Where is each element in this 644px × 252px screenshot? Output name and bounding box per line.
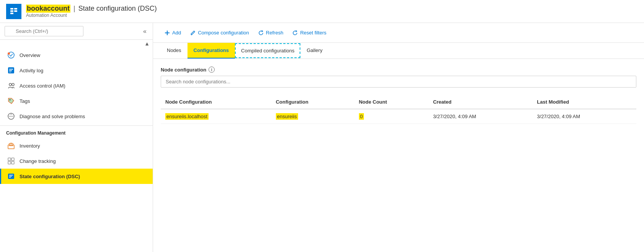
- sidebar-item-state-config[interactable]: State configuration (DSC): [0, 169, 153, 184]
- svg-marker-33: [296, 30, 297, 32]
- svg-rect-10: [9, 69, 13, 70]
- svg-point-14: [12, 83, 14, 86]
- compose-configuration-button[interactable]: Compose configuration: [186, 28, 253, 38]
- sidebar-item-access-control[interactable]: Access control (IAM): [0, 78, 153, 93]
- svg-rect-11: [9, 70, 12, 71]
- cell-node-count: 0: [354, 109, 429, 124]
- svg-rect-12: [9, 72, 11, 72]
- node-configuration-label: Node configuration i: [161, 67, 636, 73]
- node-configuration-text: Node configuration: [161, 67, 206, 73]
- tab-gallery[interactable]: Gallery: [300, 43, 328, 59]
- col-last-modified: Last Modified: [532, 95, 636, 109]
- tab-compiled-configurations[interactable]: Compiled configurations: [235, 43, 300, 58]
- sidebar-tags-label: Tags: [20, 98, 30, 104]
- header-title-row: bookaccount | State configuration (DSC): [26, 5, 157, 13]
- tabs-row: Nodes Configurations Compiled configurat…: [153, 43, 644, 59]
- cell-last-modified: 3/27/2020, 4:09 AM: [532, 109, 636, 124]
- node-count-value: 0: [359, 113, 364, 120]
- sidebar-state-config-label: State configuration (DSC): [20, 174, 80, 179]
- table-row[interactable]: ensureiis.localhost ensureiis 0 3/27/202…: [161, 109, 636, 124]
- header-page-title: State configuration (DSC): [78, 5, 157, 13]
- logo-icon: [9, 7, 18, 16]
- sidebar-change-tracking-label: Change tracking: [20, 158, 56, 164]
- reset-filters-icon: [292, 30, 298, 36]
- compose-label: Compose configuration: [198, 30, 249, 36]
- access-control-icon: [7, 82, 15, 89]
- sidebar-activity-log-label: Activity log: [20, 68, 43, 73]
- svg-rect-24: [11, 161, 14, 164]
- node-config-search-input[interactable]: [161, 76, 636, 88]
- change-tracking-icon: [7, 157, 15, 165]
- sidebar-item-activity-log[interactable]: Activity log: [0, 63, 153, 78]
- svg-point-8: [8, 52, 10, 55]
- node-config-value: ensureiis.localhost: [165, 113, 209, 120]
- col-node-count: Node Count: [354, 95, 429, 109]
- sidebar: « ▲ Overview: [0, 23, 153, 252]
- sidebar-search-row: «: [0, 23, 153, 40]
- config-management-section-header: Configuration Management: [0, 125, 153, 138]
- sidebar-item-inventory[interactable]: Inventory: [0, 138, 153, 153]
- add-label: Add: [172, 30, 181, 36]
- cell-node-configuration: ensureiis.localhost: [161, 109, 271, 124]
- search-wrapper: [5, 26, 139, 36]
- scroll-up-button[interactable]: ▲: [144, 41, 150, 47]
- account-name[interactable]: bookaccount: [26, 5, 70, 13]
- tags-icon: [7, 97, 15, 105]
- svg-rect-4: [14, 10, 17, 12]
- sidebar-search-input[interactable]: [5, 26, 83, 36]
- sidebar-access-control-label: Access control (IAM): [20, 83, 65, 89]
- header-title-block: bookaccount | State configuration (DSC) …: [26, 5, 157, 18]
- tab-configurations[interactable]: Configurations: [187, 43, 235, 59]
- header-separator: |: [73, 5, 75, 13]
- refresh-icon: [258, 30, 264, 36]
- activity-log-icon: [7, 67, 15, 74]
- main-layout: « ▲ Overview: [0, 23, 644, 252]
- svg-point-13: [9, 83, 11, 86]
- svg-point-15: [10, 99, 11, 101]
- sidebar-item-overview[interactable]: Overview: [0, 47, 153, 63]
- sidebar-item-tags[interactable]: Tags: [0, 93, 153, 109]
- svg-rect-21: [8, 158, 11, 161]
- add-button[interactable]: Add: [161, 28, 185, 38]
- overview-icon: [7, 51, 15, 59]
- add-icon: [165, 30, 170, 36]
- cell-created: 3/27/2020, 4:09 AM: [429, 109, 533, 124]
- tab-configurations-label: Configurations: [194, 47, 229, 53]
- svg-rect-22: [11, 158, 14, 161]
- svg-rect-2: [10, 13, 13, 14]
- tab-nodes[interactable]: Nodes: [161, 43, 187, 59]
- node-config-table: Node Configuration Configuration Node Co…: [161, 95, 636, 124]
- sidebar-inventory-label: Inventory: [20, 143, 40, 149]
- state-config-icon: [7, 172, 15, 180]
- svg-rect-3: [14, 8, 17, 10]
- configuration-value: ensureiis: [276, 113, 298, 120]
- table-header-row: Node Configuration Configuration Node Co…: [161, 95, 636, 109]
- svg-marker-32: [262, 30, 263, 32]
- sidebar-item-diagnose[interactable]: Diagnose and solve problems: [0, 109, 153, 124]
- top-header: bookaccount | State configuration (DSC) …: [0, 0, 644, 23]
- col-node-configuration: Node Configuration: [161, 95, 271, 109]
- refresh-label: Refresh: [266, 30, 284, 36]
- header-subtitle: Automation Account: [26, 13, 157, 18]
- app-logo: [6, 4, 21, 19]
- sidebar-item-change-tracking[interactable]: Change tracking: [0, 153, 153, 169]
- sidebar-scroll-up: ▲: [0, 40, 153, 47]
- cell-configuration: ensureiis: [271, 109, 354, 124]
- inventory-icon: [7, 142, 15, 150]
- collapse-sidebar-button[interactable]: «: [142, 26, 148, 36]
- svg-rect-23: [8, 161, 11, 164]
- main-content: Add Compose configuration Refresh: [153, 23, 644, 252]
- refresh-button[interactable]: Refresh: [254, 28, 287, 38]
- compose-icon: [190, 30, 196, 36]
- tab-gallery-label: Gallery: [307, 47, 322, 53]
- sidebar-nav: Overview Activity log: [0, 47, 153, 252]
- reset-filters-label: Reset filters: [300, 30, 326, 36]
- reset-filters-button[interactable]: Reset filters: [289, 28, 330, 38]
- sidebar-overview-label: Overview: [20, 52, 40, 58]
- diagnose-icon: [7, 112, 15, 120]
- content-area: Node configuration i Node Configuration …: [153, 59, 644, 252]
- info-icon[interactable]: i: [209, 67, 215, 73]
- tab-nodes-label: Nodes: [167, 47, 181, 53]
- tab-compiled-configurations-label: Compiled configurations: [241, 48, 294, 54]
- sidebar-diagnose-label: Diagnose and solve problems: [20, 114, 85, 119]
